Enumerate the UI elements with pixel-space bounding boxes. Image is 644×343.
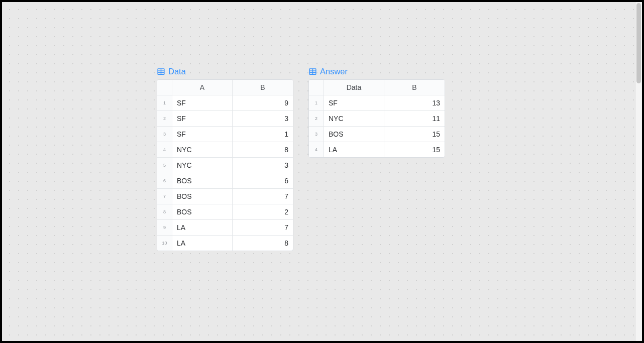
table-row[interactable]: 1 SF 13 xyxy=(309,95,445,111)
table-row[interactable]: 9 LA 7 xyxy=(157,220,293,236)
table-row[interactable]: 4 LA 15 xyxy=(309,142,445,157)
column-header-data[interactable]: Data xyxy=(324,80,384,95)
cell-text[interactable]: SF xyxy=(172,111,233,126)
cell-number[interactable]: 1 xyxy=(233,127,293,142)
row-number: 5 xyxy=(157,158,172,173)
table-row[interactable]: 3 SF 1 xyxy=(157,127,293,142)
table-row[interactable]: 10 LA 8 xyxy=(157,236,293,251)
cell-text[interactable]: LA xyxy=(172,236,233,251)
table-title-answer[interactable]: Answer xyxy=(308,67,445,76)
cell-text[interactable]: NYC xyxy=(172,158,233,173)
cell-text[interactable]: BOS xyxy=(172,189,233,204)
canvas-area[interactable]: Data A B 1 SF 9 2 SF 3 xyxy=(2,2,635,341)
table-row[interactable]: 2 NYC 11 xyxy=(309,111,445,127)
cell-number[interactable]: 9 xyxy=(233,95,293,110)
scrollbar-thumb[interactable] xyxy=(636,3,641,83)
column-header-a[interactable]: A xyxy=(172,80,233,95)
cell-number[interactable]: 6 xyxy=(233,173,293,188)
row-number: 6 xyxy=(157,173,172,188)
row-number: 4 xyxy=(157,142,172,157)
row-number: 7 xyxy=(157,189,172,204)
cell-text[interactable]: LA xyxy=(324,142,384,157)
table-row[interactable]: 4 NYC 8 xyxy=(157,142,293,158)
cell-number[interactable]: 3 xyxy=(233,111,293,126)
table-icon xyxy=(157,67,165,76)
table-title-data[interactable]: Data xyxy=(157,67,293,76)
row-number: 9 xyxy=(157,220,172,235)
table-block-data[interactable]: Data A B 1 SF 9 2 SF 3 xyxy=(157,67,293,251)
table-row[interactable]: 1 SF 9 xyxy=(157,95,293,111)
table-icon xyxy=(308,67,317,76)
cell-number[interactable]: 13 xyxy=(384,95,445,110)
column-header-row: A B xyxy=(157,80,293,95)
cell-text[interactable]: BOS xyxy=(172,173,233,188)
row-number: 4 xyxy=(309,142,324,157)
cell-text[interactable]: SF xyxy=(172,95,233,110)
canvas-viewport[interactable]: Data A B 1 SF 9 2 SF 3 xyxy=(2,2,642,341)
cell-number[interactable]: 7 xyxy=(233,220,293,235)
cell-text[interactable]: NYC xyxy=(172,142,233,157)
cell-number[interactable]: 8 xyxy=(233,236,293,251)
cell-number[interactable]: 11 xyxy=(384,111,445,126)
row-num-header xyxy=(309,80,324,95)
cell-text[interactable]: BOS xyxy=(172,204,233,219)
table-row[interactable]: 6 BOS 6 xyxy=(157,173,293,189)
cell-text[interactable]: SF xyxy=(324,95,384,110)
table-row[interactable]: 8 BOS 2 xyxy=(157,204,293,220)
vertical-scrollbar[interactable] xyxy=(635,2,642,341)
row-number: 3 xyxy=(157,127,172,142)
table-row[interactable]: 5 NYC 3 xyxy=(157,158,293,173)
cell-number[interactable]: 7 xyxy=(233,189,293,204)
data-grid[interactable]: A B 1 SF 9 2 SF 3 3 SF 1 xyxy=(157,79,293,251)
row-number: 1 xyxy=(309,95,324,110)
cell-text[interactable]: BOS xyxy=(324,127,384,142)
cell-text[interactable]: LA xyxy=(172,220,233,235)
row-number: 8 xyxy=(157,204,172,219)
cell-number[interactable]: 15 xyxy=(384,127,445,142)
column-header-b[interactable]: B xyxy=(384,80,445,95)
table-row[interactable]: 3 BOS 15 xyxy=(309,127,445,142)
cell-number[interactable]: 15 xyxy=(384,142,445,157)
cell-number[interactable]: 3 xyxy=(233,158,293,173)
cell-text[interactable]: NYC xyxy=(324,111,384,126)
cell-number[interactable]: 2 xyxy=(233,204,293,219)
column-header-b[interactable]: B xyxy=(233,80,293,95)
table-title-text: Data xyxy=(168,67,186,76)
row-number: 10 xyxy=(157,236,172,251)
row-number: 2 xyxy=(309,111,324,126)
row-num-header xyxy=(157,80,172,95)
answer-grid[interactable]: Data B 1 SF 13 2 NYC 11 3 BOS 15 xyxy=(308,79,445,158)
cell-text[interactable]: SF xyxy=(172,127,233,142)
row-number: 2 xyxy=(157,111,172,126)
table-row[interactable]: 7 BOS 7 xyxy=(157,189,293,204)
table-title-text: Answer xyxy=(320,67,348,76)
table-block-answer[interactable]: Answer Data B 1 SF 13 2 NYC 11 xyxy=(308,67,445,158)
row-number: 3 xyxy=(309,127,324,142)
row-number: 1 xyxy=(157,95,172,110)
cell-number[interactable]: 8 xyxy=(233,142,293,157)
column-header-row: Data B xyxy=(309,80,445,95)
table-row[interactable]: 2 SF 3 xyxy=(157,111,293,127)
